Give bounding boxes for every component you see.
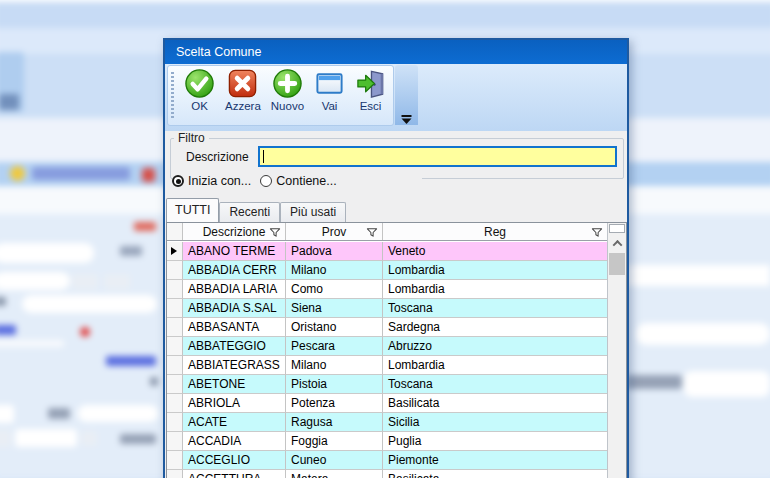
- row-marker: [167, 375, 183, 394]
- new-plus-icon: [272, 68, 303, 99]
- bg-shape: [80, 327, 90, 337]
- cell-prov: Oristano: [286, 318, 383, 337]
- cell-prov: Siena: [286, 299, 383, 318]
- toolbar: OK Azzera: [165, 64, 627, 131]
- toolbar-buttons: OK Azzera: [179, 66, 391, 125]
- cell-prov: Pescara: [286, 337, 383, 356]
- cell-descrizione: ABBIATEGRASS: [183, 356, 286, 375]
- cell-descrizione: ACCADIA: [183, 432, 286, 451]
- cell-prov: Matera: [286, 470, 383, 478]
- scrollbar-customize-button[interactable]: [609, 224, 625, 233]
- bg-shape: [120, 246, 142, 256]
- table-row[interactable]: ABBASANTA Oristano Sardegna: [167, 318, 607, 337]
- bg-shape: [622, 265, 770, 286]
- descrizione-input[interactable]: [258, 146, 617, 167]
- bg-shape: [142, 168, 155, 182]
- filter-funnel-icon[interactable]: [366, 227, 378, 238]
- radio-inizia-con-label: Inizia con...: [188, 174, 251, 188]
- cell-descrizione: ABBATEGGIO: [183, 337, 286, 356]
- filter-funnel-icon[interactable]: [591, 227, 603, 238]
- table-row[interactable]: ABBATEGGIO Pescara Abruzzo: [167, 337, 607, 356]
- vai-button[interactable]: Vai: [309, 66, 350, 125]
- table-row[interactable]: ACCADIA Foggia Puglia: [167, 432, 607, 451]
- cell-reg: Basilicata: [383, 394, 607, 413]
- table-row[interactable]: ABBADIA LARIA Como Lombardia: [167, 280, 607, 299]
- table-row[interactable]: ABANO TERME Padova Veneto: [167, 242, 607, 261]
- nuovo-button-label: Nuovo: [271, 100, 304, 112]
- row-marker: [167, 432, 183, 451]
- cell-reg: Sicilia: [383, 413, 607, 432]
- scelta-comune-dialog: Scelta Comune OK: [163, 38, 629, 478]
- radio-contiene[interactable]: Contiene...: [260, 174, 336, 188]
- bg-shape: [0, 430, 11, 447]
- esci-button[interactable]: Esci: [350, 66, 391, 125]
- bg-shape: [48, 408, 70, 419]
- dialog-titlebar[interactable]: Scelta Comune: [165, 40, 627, 64]
- header-reg[interactable]: Reg: [383, 223, 607, 240]
- row-marker-header: [167, 223, 183, 240]
- row-marker: [167, 337, 183, 356]
- bg-shape: [104, 274, 130, 289]
- bg-shape: [626, 375, 682, 389]
- tab-recenti-label: Recenti: [229, 205, 270, 219]
- bg-shape: [636, 323, 770, 345]
- header-descrizione-label: Descrizione: [203, 225, 266, 239]
- azzera-button-label: Azzera: [225, 100, 261, 112]
- filter-funnel-icon[interactable]: [269, 227, 281, 238]
- toolbar-overflow-button[interactable]: [395, 65, 418, 125]
- cell-reg: Piemonte: [383, 451, 607, 470]
- table-row[interactable]: ACCEGLIO Cuneo Piemonte: [167, 451, 607, 470]
- table-row[interactable]: ABETONE Pistoia Toscana: [167, 375, 607, 394]
- scroll-up-button[interactable]: [609, 236, 625, 251]
- cell-descrizione: ABRIOLA: [183, 394, 286, 413]
- toolbar-band: OK Azzera: [167, 65, 394, 126]
- cell-reg: Lombardia: [383, 356, 607, 375]
- cell-reg: Puglia: [383, 432, 607, 451]
- cell-descrizione: ABBADIA CERR: [183, 261, 286, 280]
- table-row[interactable]: ABBADIA CERR Milano Lombardia: [167, 261, 607, 280]
- vertical-scrollbar[interactable]: [607, 223, 626, 478]
- bg-shape: [106, 356, 156, 366]
- cell-prov: Foggia: [286, 432, 383, 451]
- cell-reg: Lombardia: [383, 280, 607, 299]
- cell-reg: Sardegna: [383, 318, 607, 337]
- bg-shape: [150, 377, 158, 386]
- cell-reg: Toscana: [383, 299, 607, 318]
- radio-circle-icon: [172, 175, 184, 187]
- chevron-up-icon: [612, 240, 622, 250]
- table-row[interactable]: ACATE Ragusa Sicilia: [167, 413, 607, 432]
- header-prov[interactable]: Prov: [286, 223, 383, 240]
- toolbar-grip-icon[interactable]: [171, 72, 174, 119]
- bg-shape: [0, 405, 14, 423]
- ok-button[interactable]: OK: [179, 66, 220, 125]
- cell-prov: Milano: [286, 261, 383, 280]
- scrollbar-thumb[interactable]: [609, 253, 625, 275]
- bg-shape: [15, 429, 77, 447]
- bg-shape: [120, 434, 156, 444]
- table-row[interactable]: ABBADIA S.SAL Siena Toscana: [167, 299, 607, 318]
- nuovo-button[interactable]: Nuovo: [266, 66, 309, 125]
- cell-prov: Potenza: [286, 394, 383, 413]
- row-marker: [167, 318, 183, 337]
- bg-shape: [684, 371, 770, 397]
- radio-circle-icon: [260, 175, 272, 187]
- cell-descrizione: ABETONE: [183, 375, 286, 394]
- cell-prov: Ragusa: [286, 413, 383, 432]
- header-descrizione[interactable]: Descrizione: [183, 223, 286, 240]
- cell-prov: Milano: [286, 356, 383, 375]
- tab-recenti[interactable]: Recenti: [219, 202, 280, 222]
- selected-row-arrow-icon: [171, 247, 177, 255]
- bg-shape: [0, 2, 770, 28]
- table-row[interactable]: ACCETTURA Matera Basilicata: [167, 470, 607, 478]
- cell-reg: Lombardia: [383, 261, 607, 280]
- tab-tutti[interactable]: TUTTI: [166, 198, 219, 222]
- tab-piu-usati[interactable]: Più usati: [280, 202, 346, 222]
- table-row[interactable]: ABRIOLA Potenza Basilicata: [167, 394, 607, 413]
- radio-inizia-con[interactable]: Inizia con...: [172, 174, 251, 188]
- table-header: Descrizione Prov Reg: [167, 223, 607, 241]
- cell-reg: Abruzzo: [383, 337, 607, 356]
- table-row[interactable]: ABBIATEGRASS Milano Lombardia: [167, 356, 607, 375]
- bg-shape: [0, 243, 94, 263]
- azzera-button[interactable]: Azzera: [220, 66, 266, 125]
- cell-reg: Basilicata: [383, 470, 607, 478]
